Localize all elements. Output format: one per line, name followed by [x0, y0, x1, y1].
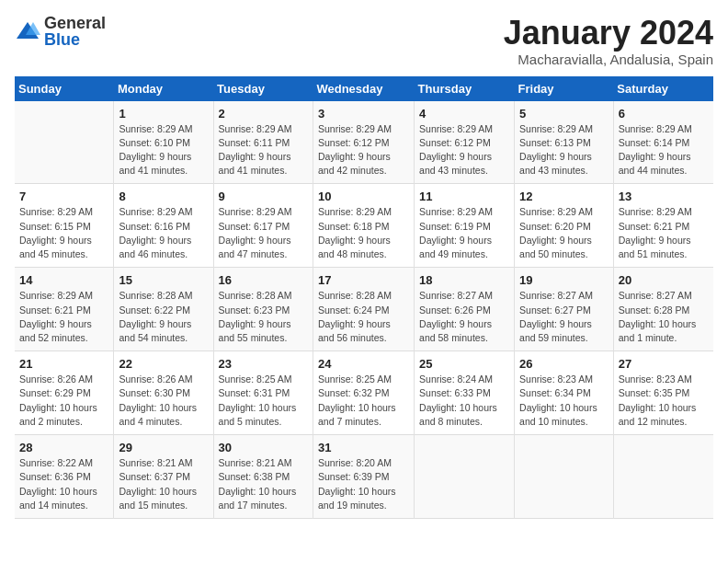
calendar-cell: 19Sunrise: 8:27 AM Sunset: 6:27 PM Dayli… — [515, 268, 614, 351]
calendar-cell: 4Sunrise: 8:29 AM Sunset: 6:12 PM Daylig… — [415, 101, 515, 184]
calendar-cell: 2Sunrise: 8:29 AM Sunset: 6:11 PM Daylig… — [213, 101, 313, 184]
calendar-cell: 22Sunrise: 8:26 AM Sunset: 6:30 PM Dayli… — [114, 351, 213, 435]
calendar-week-row: 1Sunrise: 8:29 AM Sunset: 6:10 PM Daylig… — [15, 101, 713, 184]
day-info: Sunrise: 8:23 AM Sunset: 6:34 PM Dayligh… — [519, 373, 609, 429]
calendar-subtitle: Macharavialla, Andalusia, Spain — [504, 52, 713, 67]
day-info: Sunrise: 8:29 AM Sunset: 6:12 PM Dayligh… — [419, 122, 509, 178]
weekday-header: Tuesday — [213, 76, 313, 101]
day-info: Sunrise: 8:25 AM Sunset: 6:31 PM Dayligh… — [219, 373, 308, 429]
calendar-cell: 14Sunrise: 8:29 AM Sunset: 6:21 PM Dayli… — [15, 268, 114, 351]
day-number: 25 — [419, 357, 509, 371]
calendar-cell: 18Sunrise: 8:27 AM Sunset: 6:26 PM Dayli… — [415, 268, 515, 351]
calendar-cell: 21Sunrise: 8:26 AM Sunset: 6:29 PM Dayli… — [15, 351, 114, 435]
day-info: Sunrise: 8:29 AM Sunset: 6:16 PM Dayligh… — [119, 205, 208, 261]
weekday-row: SundayMondayTuesdayWednesdayThursdayFrid… — [15, 76, 713, 101]
day-info: Sunrise: 8:28 AM Sunset: 6:23 PM Dayligh… — [219, 289, 308, 345]
calendar-cell: 15Sunrise: 8:28 AM Sunset: 6:22 PM Dayli… — [114, 268, 213, 351]
calendar-cell: 12Sunrise: 8:29 AM Sunset: 6:20 PM Dayli… — [515, 184, 614, 268]
weekday-header: Sunday — [15, 76, 114, 101]
day-info: Sunrise: 8:29 AM Sunset: 6:21 PM Dayligh… — [619, 205, 709, 261]
day-number: 13 — [619, 190, 709, 203]
day-number: 21 — [19, 357, 108, 371]
calendar-cell: 6Sunrise: 8:29 AM Sunset: 6:14 PM Daylig… — [613, 101, 713, 184]
day-info: Sunrise: 8:29 AM Sunset: 6:14 PM Dayligh… — [619, 122, 709, 178]
calendar-table: SundayMondayTuesdayWednesdayThursdayFrid… — [15, 76, 713, 519]
logo-blue: Blue — [44, 31, 106, 48]
calendar-cell: 10Sunrise: 8:29 AM Sunset: 6:18 PM Dayli… — [313, 184, 414, 268]
day-number: 1 — [119, 107, 208, 121]
calendar-cell — [15, 101, 114, 184]
day-info: Sunrise: 8:29 AM Sunset: 6:11 PM Dayligh… — [219, 122, 308, 178]
logo-general: General — [44, 15, 106, 31]
calendar-cell: 9Sunrise: 8:29 AM Sunset: 6:17 PM Daylig… — [213, 184, 313, 268]
day-number: 14 — [19, 273, 108, 287]
calendar-cell: 24Sunrise: 8:25 AM Sunset: 6:32 PM Dayli… — [313, 351, 414, 435]
day-number: 22 — [119, 357, 208, 371]
calendar-body: 1Sunrise: 8:29 AM Sunset: 6:10 PM Daylig… — [15, 101, 713, 519]
day-number: 28 — [19, 441, 108, 454]
calendar-cell: 1Sunrise: 8:29 AM Sunset: 6:10 PM Daylig… — [114, 101, 213, 184]
calendar-title: January 2024 — [504, 15, 713, 52]
day-info: Sunrise: 8:22 AM Sunset: 6:36 PM Dayligh… — [19, 456, 108, 512]
calendar-week-row: 28Sunrise: 8:22 AM Sunset: 6:36 PM Dayli… — [15, 435, 713, 519]
day-number: 16 — [219, 273, 308, 287]
day-number: 20 — [619, 273, 709, 287]
day-number: 24 — [318, 357, 409, 371]
day-number: 5 — [519, 107, 609, 121]
day-info: Sunrise: 8:28 AM Sunset: 6:22 PM Dayligh… — [119, 289, 208, 345]
weekday-header: Saturday — [613, 76, 713, 101]
title-block: January 2024 Macharavialla, Andalusia, S… — [504, 15, 713, 67]
weekday-header: Friday — [515, 76, 614, 101]
logo-text: General Blue — [44, 15, 106, 48]
day-number: 12 — [519, 190, 609, 203]
calendar-cell — [415, 435, 515, 519]
day-info: Sunrise: 8:20 AM Sunset: 6:39 PM Dayligh… — [318, 456, 409, 512]
calendar-cell: 11Sunrise: 8:29 AM Sunset: 6:19 PM Dayli… — [415, 184, 515, 268]
calendar-cell: 26Sunrise: 8:23 AM Sunset: 6:34 PM Dayli… — [515, 351, 614, 435]
day-number: 9 — [219, 190, 308, 203]
day-info: Sunrise: 8:29 AM Sunset: 6:17 PM Dayligh… — [219, 205, 308, 261]
calendar-cell: 29Sunrise: 8:21 AM Sunset: 6:37 PM Dayli… — [114, 435, 213, 519]
day-info: Sunrise: 8:29 AM Sunset: 6:12 PM Dayligh… — [318, 122, 409, 178]
day-info: Sunrise: 8:29 AM Sunset: 6:20 PM Dayligh… — [519, 205, 609, 261]
calendar-cell: 25Sunrise: 8:24 AM Sunset: 6:33 PM Dayli… — [415, 351, 515, 435]
calendar-cell: 20Sunrise: 8:27 AM Sunset: 6:28 PM Dayli… — [613, 268, 713, 351]
day-number: 27 — [619, 357, 709, 371]
day-number: 6 — [619, 107, 709, 121]
weekday-header: Monday — [114, 76, 213, 101]
day-number: 31 — [318, 441, 409, 454]
day-info: Sunrise: 8:27 AM Sunset: 6:28 PM Dayligh… — [619, 289, 709, 345]
day-number: 30 — [219, 441, 308, 454]
calendar-cell: 30Sunrise: 8:21 AM Sunset: 6:38 PM Dayli… — [213, 435, 313, 519]
weekday-header: Wednesday — [313, 76, 414, 101]
day-info: Sunrise: 8:24 AM Sunset: 6:33 PM Dayligh… — [419, 373, 509, 429]
logo: General Blue — [15, 15, 106, 48]
calendar-header: SundayMondayTuesdayWednesdayThursdayFrid… — [15, 76, 713, 101]
day-number: 23 — [219, 357, 308, 371]
day-info: Sunrise: 8:28 AM Sunset: 6:24 PM Dayligh… — [318, 289, 409, 345]
day-info: Sunrise: 8:29 AM Sunset: 6:13 PM Dayligh… — [519, 122, 609, 178]
day-info: Sunrise: 8:26 AM Sunset: 6:30 PM Dayligh… — [119, 373, 208, 429]
calendar-cell: 13Sunrise: 8:29 AM Sunset: 6:21 PM Dayli… — [613, 184, 713, 268]
day-info: Sunrise: 8:26 AM Sunset: 6:29 PM Dayligh… — [19, 373, 108, 429]
day-info: Sunrise: 8:29 AM Sunset: 6:21 PM Dayligh… — [19, 289, 108, 345]
day-info: Sunrise: 8:29 AM Sunset: 6:18 PM Dayligh… — [318, 205, 409, 261]
calendar-cell — [515, 435, 614, 519]
calendar-cell: 16Sunrise: 8:28 AM Sunset: 6:23 PM Dayli… — [213, 268, 313, 351]
day-info: Sunrise: 8:27 AM Sunset: 6:26 PM Dayligh… — [419, 289, 509, 345]
calendar-cell: 27Sunrise: 8:23 AM Sunset: 6:35 PM Dayli… — [613, 351, 713, 435]
day-number: 3 — [318, 107, 409, 121]
weekday-header: Thursday — [415, 76, 515, 101]
calendar-cell: 31Sunrise: 8:20 AM Sunset: 6:39 PM Dayli… — [313, 435, 414, 519]
day-number: 15 — [119, 273, 208, 287]
day-number: 4 — [419, 107, 509, 121]
calendar-cell: 5Sunrise: 8:29 AM Sunset: 6:13 PM Daylig… — [515, 101, 614, 184]
day-info: Sunrise: 8:29 AM Sunset: 6:19 PM Dayligh… — [419, 205, 509, 261]
calendar-cell: 8Sunrise: 8:29 AM Sunset: 6:16 PM Daylig… — [114, 184, 213, 268]
day-number: 18 — [419, 273, 509, 287]
day-info: Sunrise: 8:25 AM Sunset: 6:32 PM Dayligh… — [318, 373, 409, 429]
day-info: Sunrise: 8:29 AM Sunset: 6:15 PM Dayligh… — [19, 205, 108, 261]
calendar-cell: 17Sunrise: 8:28 AM Sunset: 6:24 PM Dayli… — [313, 268, 414, 351]
day-number: 29 — [119, 441, 208, 454]
calendar-cell: 3Sunrise: 8:29 AM Sunset: 6:12 PM Daylig… — [313, 101, 414, 184]
